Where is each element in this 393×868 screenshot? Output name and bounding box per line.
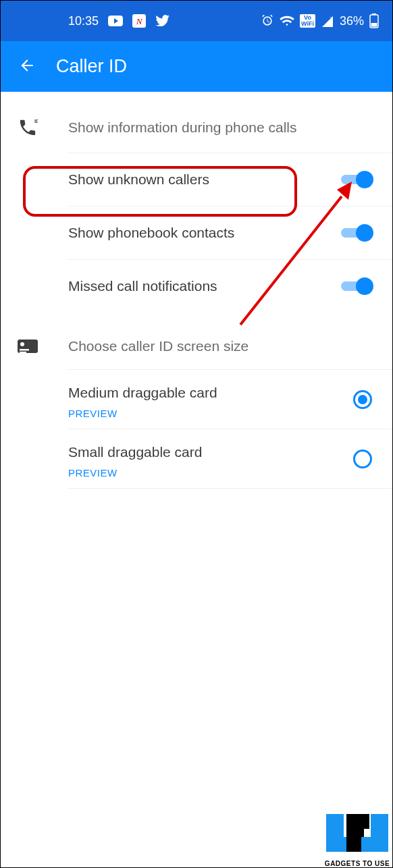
preview-link[interactable]: PREVIEW xyxy=(68,408,117,419)
radio-small-card[interactable] xyxy=(353,450,372,468)
card-icon xyxy=(14,338,41,354)
row-label: Small draggable card xyxy=(68,444,202,460)
toggle-unknown-callers[interactable] xyxy=(341,170,372,189)
svg-rect-6 xyxy=(371,23,377,27)
back-icon[interactable] xyxy=(18,57,36,77)
phone-id-icon: ID xyxy=(14,117,41,138)
preview-link[interactable]: PREVIEW xyxy=(68,467,117,479)
notification-icon: N xyxy=(132,14,146,28)
watermark-logo-icon xyxy=(322,809,392,863)
watermark: GADGETS TO USE xyxy=(322,809,392,867)
svg-rect-19 xyxy=(361,837,379,852)
watermark-text: GADGETS TO USE xyxy=(325,860,390,867)
wifi-icon xyxy=(280,15,294,27)
section-header-screen-size: Choose caller ID screen size xyxy=(1,313,392,369)
alarm-icon xyxy=(261,14,274,28)
toggle-missed-call[interactable] xyxy=(341,277,372,296)
row-show-phonebook-contacts[interactable]: Show phonebook contacts xyxy=(1,207,392,259)
section-label: Show information during phone calls xyxy=(68,119,297,136)
row-missed-call-notifications[interactable]: Missed call notifications xyxy=(1,260,392,313)
svg-text:ID: ID xyxy=(34,118,38,124)
status-time: 10:35 xyxy=(68,14,99,28)
section-label: Choose caller ID screen size xyxy=(68,338,248,354)
twitter-icon xyxy=(155,15,170,27)
row-label: Show unknown callers xyxy=(68,171,341,188)
battery-percent: 36% xyxy=(340,14,364,28)
svg-point-9 xyxy=(20,342,24,346)
svg-rect-11 xyxy=(20,352,26,353)
row-medium-card[interactable]: Medium draggable card PREVIEW xyxy=(1,370,392,429)
status-bar: 10:35 N VoWiFi x 36% xyxy=(1,1,392,41)
row-label: Medium draggable card xyxy=(68,385,217,401)
row-label: Missed call notifications xyxy=(68,278,341,294)
svg-rect-8 xyxy=(18,340,38,353)
content: ID Show information during phone calls S… xyxy=(1,92,392,489)
svg-text:N: N xyxy=(136,16,143,26)
svg-rect-10 xyxy=(20,349,29,351)
section-header-phone-info: ID Show information during phone calls xyxy=(1,92,392,153)
page-title: Caller ID xyxy=(56,56,127,77)
row-label: Show phonebook contacts xyxy=(68,225,341,241)
app-header: Caller ID xyxy=(1,41,392,92)
signal-icon: x xyxy=(321,15,334,27)
radio-medium-card[interactable] xyxy=(353,390,372,409)
youtube-icon xyxy=(108,16,123,26)
row-small-card[interactable]: Small draggable card PREVIEW xyxy=(1,429,392,488)
row-show-unknown-callers[interactable]: Show unknown callers xyxy=(1,153,392,206)
toggle-phonebook-contacts[interactable] xyxy=(341,223,372,242)
battery-icon xyxy=(369,13,379,28)
svg-rect-17 xyxy=(360,814,369,829)
vowifi-icon: VoWiFi xyxy=(300,14,315,28)
